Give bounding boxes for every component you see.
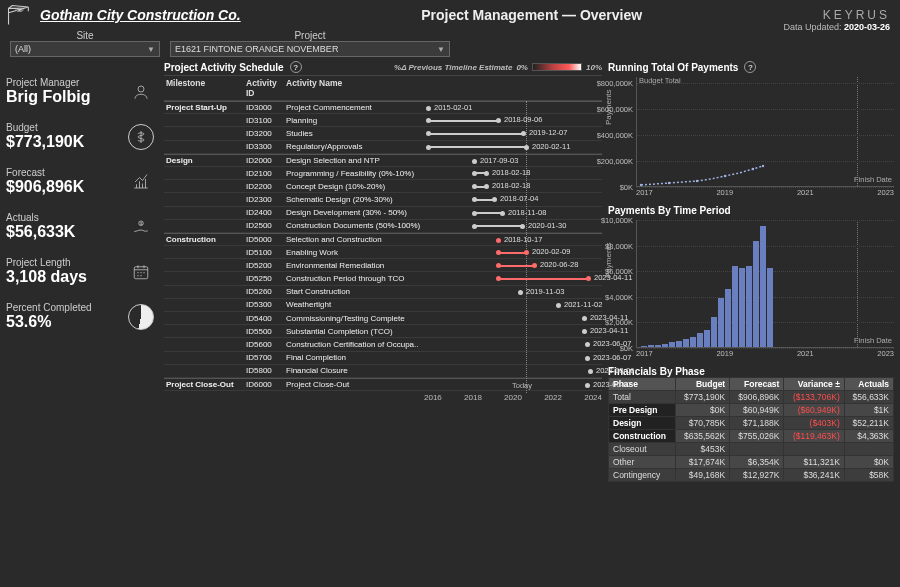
milestone-cell	[164, 277, 244, 281]
activity-date: 2020-02-11	[532, 142, 570, 151]
schedule-row[interactable]: ID2500Construction Documents (50%-100%)2…	[164, 220, 602, 233]
schedule-row[interactable]: ID3200Studies2019-12-07	[164, 127, 602, 140]
svg-point-9	[752, 168, 754, 170]
payments-bar[interactable]	[676, 341, 682, 347]
activity-id-cell: ID5800	[244, 364, 284, 377]
milestone-cell: Project Start-Up	[164, 101, 244, 114]
activity-id-cell: ID5400	[244, 312, 284, 325]
schedule-row[interactable]: ID5300Weathertight2021-11-02	[164, 299, 602, 312]
schedule-row[interactable]: Project Close-OutID6000Project Close-Out…	[164, 378, 602, 391]
milestone-cell	[164, 316, 244, 320]
milestone-cell	[164, 303, 244, 307]
activity-id-cell: ID5250	[244, 272, 284, 285]
col-activity-id: Activity ID	[244, 76, 284, 100]
financials-panel: Financials By Phase PhaseBudgetForecastV…	[608, 366, 894, 482]
fin-row[interactable]: Contingency$49,168K$12,927K$36,241K$58K	[609, 469, 894, 482]
schedule-row[interactable]: ID3100Planning2018-09-06	[164, 114, 602, 127]
payments-bar[interactable]	[669, 342, 675, 347]
activity-id-cell: ID2100	[244, 167, 284, 180]
schedule-row[interactable]: ID5260Start Construction2019-11-03	[164, 286, 602, 299]
running-total-chart[interactable]: Payments Budget Total Finish Date $800,0…	[608, 77, 894, 197]
schedule-row[interactable]: ID5250Construction Period through TCO202…	[164, 272, 602, 285]
milestone-cell	[164, 356, 244, 360]
running-total-title: Running Total Of Payments	[608, 62, 738, 73]
payments-bar[interactable]	[753, 241, 759, 347]
schedule-row[interactable]: ID5600Construction Certification of Occu…	[164, 338, 602, 351]
fin-col-header: Forecast	[730, 378, 784, 391]
fin-row[interactable]: Closeout$453K	[609, 443, 894, 456]
payments-bar[interactable]	[760, 226, 766, 347]
activity-date: 2018-02-18	[492, 168, 530, 177]
activity-id-cell: ID3100	[244, 114, 284, 127]
schedule-row[interactable]: ConstructionID5000Selection and Construc…	[164, 233, 602, 246]
kpi-actuals: Actuals$56,633K $	[6, 208, 158, 245]
svg-point-5	[640, 184, 642, 186]
activity-id-cell: ID5700	[244, 351, 284, 364]
fin-row[interactable]: Construction$635,562K$755,026K($119,463K…	[609, 430, 894, 443]
milestone-cell	[164, 171, 244, 175]
activity-id-cell: ID2200	[244, 180, 284, 193]
payments-bar[interactable]	[767, 268, 773, 347]
svg-point-6	[668, 182, 670, 184]
payments-bar[interactable]	[690, 337, 696, 347]
payments-bar[interactable]	[739, 268, 745, 347]
schedule-row[interactable]: ID5500Substantial Completion (TCO)2023-0…	[164, 325, 602, 338]
schedule-row[interactable]: ID5100Enabling Work2020-02-09	[164, 246, 602, 259]
activity-name-cell: Schematic Design (20%-30%)	[284, 193, 424, 206]
kpi-forecast: Forecast$906,896K	[6, 163, 158, 200]
payments-bar[interactable]	[718, 298, 724, 347]
schedule-row[interactable]: ID2200Concept Design (10%-20%)2018-02-18	[164, 180, 602, 193]
activity-name-cell: Start Construction	[284, 285, 424, 298]
fin-row[interactable]: Other$17,674K$6,354K$11,321K$0K	[609, 456, 894, 469]
schedule-row[interactable]: ID5400Commissioning/Testing Complete2023…	[164, 312, 602, 325]
payments-bar[interactable]	[704, 330, 710, 347]
activity-date: 2018-10-17	[504, 235, 542, 244]
col-milestone: Milestone	[164, 76, 244, 100]
payments-bar[interactable]	[662, 344, 668, 347]
activity-name-cell: Commissioning/Testing Complete	[284, 312, 424, 325]
payments-bar[interactable]	[732, 266, 738, 347]
schedule-row[interactable]: ID5200Environmental Remediation2020-06-2…	[164, 259, 602, 272]
payments-bar[interactable]	[648, 345, 654, 347]
site-dropdown[interactable]: (All) ▼	[10, 41, 160, 57]
schedule-row[interactable]: ID5700Final Completion2023-06-07	[164, 352, 602, 365]
project-dropdown[interactable]: E1621 FINTONE ORANGE NOVEMBER ▼	[170, 41, 450, 57]
activity-date: 2019-11-03	[526, 287, 564, 296]
payments-bar-chart[interactable]: Payments Finish Date $10,000K$8,000K$6,0…	[608, 220, 894, 360]
svg-point-7	[696, 180, 698, 182]
payments-bar[interactable]	[683, 339, 689, 347]
schedule-row[interactable]: ID2400Design Development (30% - 50%)2018…	[164, 207, 602, 220]
schedule-row[interactable]: Project Start-UpID3000Project Commenceme…	[164, 101, 602, 114]
money-hand-icon: $	[128, 214, 154, 240]
payments-bar[interactable]	[697, 333, 703, 347]
schedule-row[interactable]: ID2300Schematic Design (20%-30%)2018-07-…	[164, 193, 602, 206]
activity-name-cell: Final Completion	[284, 351, 424, 364]
payments-bar[interactable]	[725, 289, 731, 347]
fin-row[interactable]: Total$773,190K$906,896K($133,706K)$56,63…	[609, 391, 894, 404]
fin-row[interactable]: Pre Design$0K$60,949K($60,949K)$1K	[609, 404, 894, 417]
milestone-cell	[164, 145, 244, 149]
fin-col-header: Actuals	[844, 378, 893, 391]
activity-date: 2019-12-07	[529, 128, 567, 137]
fin-row[interactable]: Design$70,785K$71,188K($403K)$52,211K	[609, 417, 894, 430]
help-icon[interactable]: ?	[290, 61, 302, 73]
activity-name-cell: Studies	[284, 127, 424, 140]
payments-bar[interactable]	[641, 346, 647, 347]
activity-name-cell: Regulatory/Approvals	[284, 140, 424, 153]
help-icon[interactable]: ?	[744, 61, 756, 73]
payments-bar[interactable]	[711, 317, 717, 347]
payments-bar[interactable]	[746, 266, 752, 347]
payments-bar[interactable]	[655, 345, 661, 347]
milestone-cell	[164, 250, 244, 254]
schedule-row[interactable]: ID3300Regulatory/Approvals2020-02-11	[164, 141, 602, 154]
schedule-row[interactable]: ID2100Programming / Feasibility (0%-10%)…	[164, 167, 602, 180]
activity-id-cell: ID5600	[244, 338, 284, 351]
schedule-row[interactable]: DesignID2000Design Selection and NTP2017…	[164, 154, 602, 167]
running-line	[637, 77, 895, 187]
schedule-row[interactable]: ID5800Financial Closure2023-08-06	[164, 365, 602, 378]
activity-date: 2015-02-01	[434, 103, 472, 112]
activity-name-cell: Project Close-Out	[284, 378, 424, 391]
chevron-down-icon: ▼	[437, 45, 445, 54]
activity-name-cell: Concept Design (10%-20%)	[284, 180, 424, 193]
kpi-project-manager: Project ManagerBrig Folbig	[6, 73, 158, 110]
